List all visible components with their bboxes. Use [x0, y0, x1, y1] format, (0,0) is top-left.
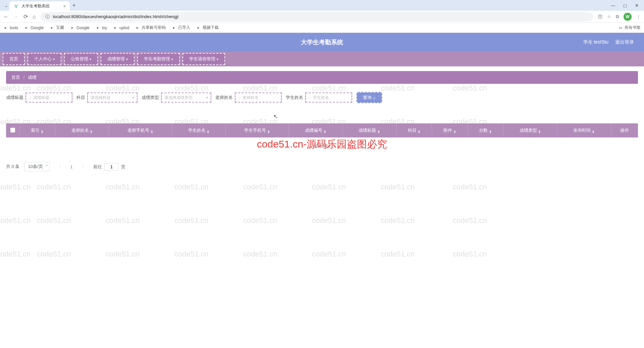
results-table: 索引▲▼老师姓名▲▼老师手机号▲▼学生姓名▲▼学生手机号▲▼成绩编号▲▼成绩标题… — [6, 123, 638, 155]
sort-icon: ▲▼ — [150, 130, 153, 133]
app-header: 大学生考勤系统 学生 testStu 退出登录 — [0, 33, 644, 52]
page-jump-input[interactable] — [104, 163, 118, 171]
filter-teacher-input[interactable]: ⌕ 老师姓名 — [235, 93, 282, 103]
main-nav: 首页个人中心▾公告管理▾成绩管理▾学生考勤管理▾学生请假管理▾ — [0, 52, 644, 66]
page-jump: 前往 页 — [93, 163, 125, 171]
filter-student-label: 学生姓名 — [286, 95, 303, 101]
bookmark-icon: ▸ — [24, 25, 29, 30]
sort-icon: ▲▼ — [418, 130, 421, 133]
bookmark-icon: ▸ — [113, 25, 118, 30]
profile-avatar[interactable]: W — [624, 13, 632, 21]
search-icon: ⌕ — [373, 95, 376, 100]
nav-item[interactable]: 学生请假管理▾ — [182, 53, 225, 65]
bookmarks-bar: ▸tools▸Google▸宝藏▸Google▸txy▸uplod▸共享账号密码… — [0, 23, 644, 33]
nav-item[interactable]: 个人中心▾ — [28, 53, 61, 65]
filter-title-input[interactable]: ⌕ 成绩标题 — [25, 93, 72, 103]
chevron-down-icon: ▾ — [171, 57, 173, 61]
bookmark-item[interactable]: ▸视频下载 — [196, 25, 219, 31]
breadcrumb-sep: / — [23, 75, 25, 80]
key-icon[interactable]: ⚿ — [598, 14, 602, 19]
bookmark-item[interactable]: ▸txy — [96, 25, 107, 30]
filter-subject-label: 科目 — [76, 95, 85, 101]
col-header[interactable]: 学生姓名▲▼ — [172, 123, 226, 137]
col-header[interactable]: 科目▲▼ — [396, 123, 432, 137]
sort-icon: ▲▼ — [207, 130, 210, 133]
new-tab-button[interactable]: + — [72, 2, 75, 8]
filter-student-input[interactable]: ⌕ 学生姓名 — [305, 93, 352, 103]
bookmark-item[interactable]: ▸tools — [3, 25, 18, 30]
col-header[interactable]: 附件▲▼ — [432, 123, 468, 137]
col-header[interactable]: 操作 — [611, 123, 638, 137]
bookmark-item[interactable]: ▸共享账号密码 — [135, 25, 166, 31]
site-info-icon[interactable]: ⓘ — [45, 14, 50, 20]
sort-icon: ▲▼ — [489, 130, 492, 133]
col-header[interactable]: 成绩类型▲▼ — [503, 123, 557, 137]
chevron-down-icon: ▾ — [126, 57, 128, 61]
home-icon[interactable]: ⌂ — [33, 14, 36, 20]
search-filters: 成绩标题 ⌕ 成绩标题 科目 请选择科目 ▾ 成绩类型 请选择成绩类型 ▾ — [6, 92, 638, 103]
chevron-down-icon: ▾ — [53, 57, 55, 61]
next-page-button[interactable]: 〉 — [80, 164, 89, 170]
search-icon: ⌕ — [309, 95, 311, 100]
bookmark-icon: ▸ — [70, 25, 75, 30]
col-header[interactable]: 老师姓名▲▼ — [55, 123, 109, 137]
nav-item[interactable]: 学生考勤管理▾ — [137, 53, 180, 65]
search-icon: ⌕ — [238, 95, 240, 100]
bookmark-item[interactable]: ▸已导入 — [172, 25, 190, 31]
page-size-select[interactable]: 10条/页 — [24, 162, 50, 171]
breadcrumb-current: 成绩 — [28, 75, 37, 80]
bookmark-icon: ▸ — [50, 25, 54, 30]
bookmark-item[interactable]: ▸宝藏 — [50, 25, 64, 31]
filter-subject-select[interactable]: 请选择科目 ▾ — [87, 93, 138, 103]
tab-list-dropdown[interactable]: ⌄ — [3, 3, 9, 8]
chevron-down-icon: ▾ — [132, 95, 134, 100]
bookmark-item[interactable]: ▸uplod — [113, 25, 129, 30]
col-header[interactable]: 发布时间▲▼ — [557, 123, 611, 137]
sort-icon: ▲▼ — [41, 130, 44, 133]
sort-icon: ▲▼ — [538, 130, 541, 133]
col-header[interactable]: 老师手机号▲▼ — [109, 123, 172, 137]
filter-type-select[interactable]: 请选择成绩类型 ▾ — [161, 93, 211, 103]
chevron-down-icon: ▾ — [90, 57, 91, 61]
pagination-total: 共 0 条 — [6, 164, 19, 170]
sort-icon: ▲▼ — [592, 130, 595, 133]
search-icon: ⌕ — [29, 95, 31, 100]
nav-item[interactable]: 成绩管理▾ — [101, 53, 135, 65]
menu-icon[interactable]: ⋮ — [636, 14, 641, 19]
sort-icon: ▲▼ — [267, 130, 270, 133]
breadcrumb-home[interactable]: 首页 — [11, 75, 20, 80]
url-input[interactable]: ⓘ localhost:8080/daxueshengkaoqin/admin/… — [41, 12, 593, 21]
star-icon[interactable]: ☆ — [607, 14, 611, 19]
col-header[interactable]: 成绩编号▲▼ — [289, 123, 343, 137]
forward-icon[interactable]: → — [13, 14, 19, 20]
bookmark-item[interactable]: ▸Google — [24, 25, 44, 30]
minimize-icon[interactable]: — — [611, 3, 615, 8]
nav-item[interactable]: 首页 — [3, 53, 25, 65]
user-label[interactable]: 学生 testStu — [583, 39, 608, 45]
col-header[interactable]: 索引▲▼ — [19, 123, 55, 137]
filter-title-label: 成绩标题 — [6, 95, 23, 101]
col-header[interactable]: 成绩标题▲▼ — [342, 123, 396, 137]
bookmark-icon: ▸ — [172, 25, 176, 30]
query-button[interactable]: 查询 ⌕ — [356, 92, 382, 103]
chevron-down-icon: ▾ — [206, 95, 208, 100]
close-window-icon[interactable]: ✕ — [635, 3, 639, 8]
maximize-icon[interactable]: ◻ — [623, 3, 627, 8]
all-bookmarks[interactable]: ▭ 所有书签 — [618, 25, 641, 31]
close-icon[interactable]: × — [63, 4, 66, 9]
empty-state: 暂无数据 — [6, 137, 638, 155]
col-header[interactable]: 分数▲▼ — [468, 123, 503, 137]
prev-page-button[interactable]: 〈 — [55, 164, 63, 170]
col-checkbox[interactable] — [6, 123, 19, 137]
logout-link[interactable]: 退出登录 — [615, 39, 634, 45]
col-header[interactable]: 学生手机号▲▼ — [226, 123, 289, 137]
nav-item[interactable]: 公告管理▾ — [64, 53, 98, 65]
extensions-icon[interactable]: ⧉ — [616, 14, 619, 19]
back-icon[interactable]: ← — [3, 14, 9, 20]
reload-icon[interactable]: ⟳ — [23, 13, 28, 20]
address-bar: ← → ⟳ ⌂ ⓘ localhost:8080/daxueshengkaoqi… — [0, 11, 644, 23]
bookmark-icon: ▸ — [135, 25, 140, 30]
browser-tab[interactable]: V 大学生考勤系统 × — [9, 1, 70, 11]
current-page[interactable]: 1 — [68, 164, 75, 169]
bookmark-item[interactable]: ▸Google — [70, 25, 90, 30]
